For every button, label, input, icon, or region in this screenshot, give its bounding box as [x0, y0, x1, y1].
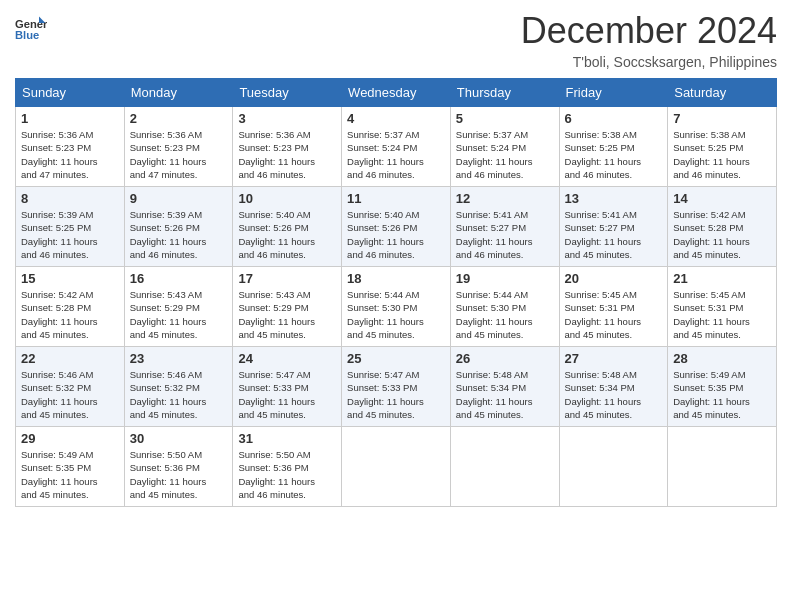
day-number: 28	[673, 351, 771, 366]
day-number: 29	[21, 431, 119, 446]
header-day-sunday: Sunday	[16, 79, 125, 107]
day-number: 1	[21, 111, 119, 126]
calendar-week-5: 29Sunrise: 5:49 AM Sunset: 5:35 PM Dayli…	[16, 427, 777, 507]
calendar-cell: 29Sunrise: 5:49 AM Sunset: 5:35 PM Dayli…	[16, 427, 125, 507]
day-info: Sunrise: 5:39 AM Sunset: 5:26 PM Dayligh…	[130, 208, 228, 261]
day-number: 8	[21, 191, 119, 206]
day-number: 16	[130, 271, 228, 286]
calendar-cell: 2Sunrise: 5:36 AM Sunset: 5:23 PM Daylig…	[124, 107, 233, 187]
day-info: Sunrise: 5:36 AM Sunset: 5:23 PM Dayligh…	[238, 128, 336, 181]
header-day-wednesday: Wednesday	[342, 79, 451, 107]
day-info: Sunrise: 5:39 AM Sunset: 5:25 PM Dayligh…	[21, 208, 119, 261]
day-number: 3	[238, 111, 336, 126]
calendar-cell: 27Sunrise: 5:48 AM Sunset: 5:34 PM Dayli…	[559, 347, 668, 427]
calendar-week-2: 8Sunrise: 5:39 AM Sunset: 5:25 PM Daylig…	[16, 187, 777, 267]
day-info: Sunrise: 5:50 AM Sunset: 5:36 PM Dayligh…	[238, 448, 336, 501]
calendar-cell	[342, 427, 451, 507]
title-section: December 2024 T'boli, Soccsksargen, Phil…	[521, 10, 777, 70]
header-row: SundayMondayTuesdayWednesdayThursdayFrid…	[16, 79, 777, 107]
header-day-monday: Monday	[124, 79, 233, 107]
calendar-cell: 25Sunrise: 5:47 AM Sunset: 5:33 PM Dayli…	[342, 347, 451, 427]
calendar-cell	[559, 427, 668, 507]
day-info: Sunrise: 5:45 AM Sunset: 5:31 PM Dayligh…	[673, 288, 771, 341]
day-info: Sunrise: 5:43 AM Sunset: 5:29 PM Dayligh…	[238, 288, 336, 341]
header-day-saturday: Saturday	[668, 79, 777, 107]
day-number: 22	[21, 351, 119, 366]
location-subtitle: T'boli, Soccsksargen, Philippines	[521, 54, 777, 70]
day-info: Sunrise: 5:41 AM Sunset: 5:27 PM Dayligh…	[456, 208, 554, 261]
day-info: Sunrise: 5:47 AM Sunset: 5:33 PM Dayligh…	[347, 368, 445, 421]
day-info: Sunrise: 5:36 AM Sunset: 5:23 PM Dayligh…	[21, 128, 119, 181]
day-number: 17	[238, 271, 336, 286]
calendar-table: SundayMondayTuesdayWednesdayThursdayFrid…	[15, 78, 777, 507]
day-info: Sunrise: 5:50 AM Sunset: 5:36 PM Dayligh…	[130, 448, 228, 501]
day-info: Sunrise: 5:48 AM Sunset: 5:34 PM Dayligh…	[565, 368, 663, 421]
calendar-cell: 5Sunrise: 5:37 AM Sunset: 5:24 PM Daylig…	[450, 107, 559, 187]
calendar-cell: 11Sunrise: 5:40 AM Sunset: 5:26 PM Dayli…	[342, 187, 451, 267]
day-info: Sunrise: 5:44 AM Sunset: 5:30 PM Dayligh…	[456, 288, 554, 341]
day-info: Sunrise: 5:36 AM Sunset: 5:23 PM Dayligh…	[130, 128, 228, 181]
calendar-week-3: 15Sunrise: 5:42 AM Sunset: 5:28 PM Dayli…	[16, 267, 777, 347]
day-number: 20	[565, 271, 663, 286]
calendar-cell: 18Sunrise: 5:44 AM Sunset: 5:30 PM Dayli…	[342, 267, 451, 347]
page-header: General Blue December 2024 T'boli, Soccs…	[15, 10, 777, 70]
day-info: Sunrise: 5:41 AM Sunset: 5:27 PM Dayligh…	[565, 208, 663, 261]
calendar-cell: 1Sunrise: 5:36 AM Sunset: 5:23 PM Daylig…	[16, 107, 125, 187]
day-info: Sunrise: 5:49 AM Sunset: 5:35 PM Dayligh…	[673, 368, 771, 421]
day-info: Sunrise: 5:37 AM Sunset: 5:24 PM Dayligh…	[456, 128, 554, 181]
day-info: Sunrise: 5:42 AM Sunset: 5:28 PM Dayligh…	[21, 288, 119, 341]
day-number: 10	[238, 191, 336, 206]
calendar-cell: 16Sunrise: 5:43 AM Sunset: 5:29 PM Dayli…	[124, 267, 233, 347]
calendar-cell: 15Sunrise: 5:42 AM Sunset: 5:28 PM Dayli…	[16, 267, 125, 347]
calendar-cell: 7Sunrise: 5:38 AM Sunset: 5:25 PM Daylig…	[668, 107, 777, 187]
calendar-week-1: 1Sunrise: 5:36 AM Sunset: 5:23 PM Daylig…	[16, 107, 777, 187]
calendar-cell: 13Sunrise: 5:41 AM Sunset: 5:27 PM Dayli…	[559, 187, 668, 267]
day-number: 2	[130, 111, 228, 126]
calendar-cell: 24Sunrise: 5:47 AM Sunset: 5:33 PM Dayli…	[233, 347, 342, 427]
day-info: Sunrise: 5:38 AM Sunset: 5:25 PM Dayligh…	[565, 128, 663, 181]
day-info: Sunrise: 5:46 AM Sunset: 5:32 PM Dayligh…	[21, 368, 119, 421]
day-info: Sunrise: 5:44 AM Sunset: 5:30 PM Dayligh…	[347, 288, 445, 341]
day-number: 27	[565, 351, 663, 366]
day-number: 14	[673, 191, 771, 206]
header-day-thursday: Thursday	[450, 79, 559, 107]
day-info: Sunrise: 5:49 AM Sunset: 5:35 PM Dayligh…	[21, 448, 119, 501]
calendar-cell: 9Sunrise: 5:39 AM Sunset: 5:26 PM Daylig…	[124, 187, 233, 267]
header-day-friday: Friday	[559, 79, 668, 107]
day-number: 13	[565, 191, 663, 206]
calendar-cell: 20Sunrise: 5:45 AM Sunset: 5:31 PM Dayli…	[559, 267, 668, 347]
calendar-cell: 4Sunrise: 5:37 AM Sunset: 5:24 PM Daylig…	[342, 107, 451, 187]
calendar-cell	[450, 427, 559, 507]
day-info: Sunrise: 5:42 AM Sunset: 5:28 PM Dayligh…	[673, 208, 771, 261]
day-info: Sunrise: 5:43 AM Sunset: 5:29 PM Dayligh…	[130, 288, 228, 341]
day-number: 25	[347, 351, 445, 366]
calendar-cell: 14Sunrise: 5:42 AM Sunset: 5:28 PM Dayli…	[668, 187, 777, 267]
day-number: 9	[130, 191, 228, 206]
month-title: December 2024	[521, 10, 777, 52]
day-info: Sunrise: 5:40 AM Sunset: 5:26 PM Dayligh…	[238, 208, 336, 261]
header-day-tuesday: Tuesday	[233, 79, 342, 107]
calendar-cell: 8Sunrise: 5:39 AM Sunset: 5:25 PM Daylig…	[16, 187, 125, 267]
day-number: 21	[673, 271, 771, 286]
day-number: 24	[238, 351, 336, 366]
day-info: Sunrise: 5:47 AM Sunset: 5:33 PM Dayligh…	[238, 368, 336, 421]
day-info: Sunrise: 5:38 AM Sunset: 5:25 PM Dayligh…	[673, 128, 771, 181]
calendar-cell: 10Sunrise: 5:40 AM Sunset: 5:26 PM Dayli…	[233, 187, 342, 267]
calendar-cell: 19Sunrise: 5:44 AM Sunset: 5:30 PM Dayli…	[450, 267, 559, 347]
calendar-cell: 28Sunrise: 5:49 AM Sunset: 5:35 PM Dayli…	[668, 347, 777, 427]
svg-text:Blue: Blue	[15, 29, 39, 41]
calendar-cell: 6Sunrise: 5:38 AM Sunset: 5:25 PM Daylig…	[559, 107, 668, 187]
calendar-cell: 22Sunrise: 5:46 AM Sunset: 5:32 PM Dayli…	[16, 347, 125, 427]
calendar-cell: 21Sunrise: 5:45 AM Sunset: 5:31 PM Dayli…	[668, 267, 777, 347]
day-info: Sunrise: 5:40 AM Sunset: 5:26 PM Dayligh…	[347, 208, 445, 261]
day-number: 12	[456, 191, 554, 206]
calendar-cell: 31Sunrise: 5:50 AM Sunset: 5:36 PM Dayli…	[233, 427, 342, 507]
day-number: 15	[21, 271, 119, 286]
day-number: 6	[565, 111, 663, 126]
day-number: 19	[456, 271, 554, 286]
calendar-cell: 30Sunrise: 5:50 AM Sunset: 5:36 PM Dayli…	[124, 427, 233, 507]
day-info: Sunrise: 5:46 AM Sunset: 5:32 PM Dayligh…	[130, 368, 228, 421]
logo: General Blue	[15, 15, 51, 43]
day-number: 31	[238, 431, 336, 446]
day-number: 4	[347, 111, 445, 126]
